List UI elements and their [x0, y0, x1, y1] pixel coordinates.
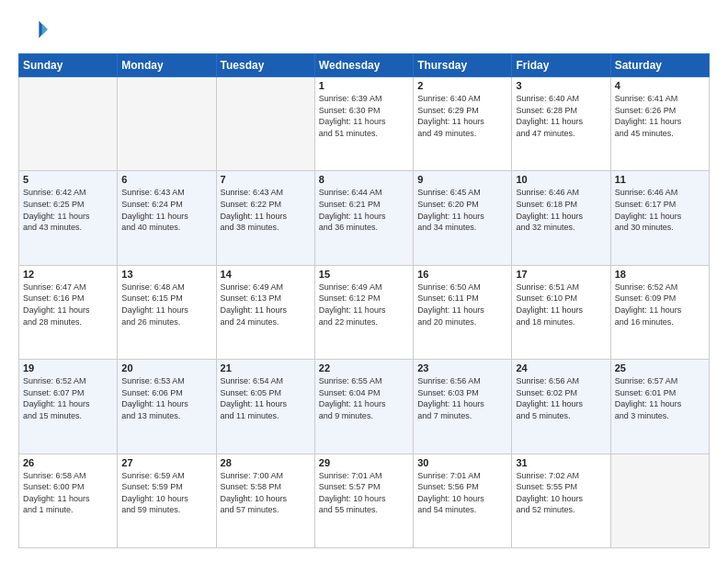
weekday-header-wednesday: Wednesday [314, 54, 413, 77]
day-info: Sunrise: 6:55 AM Sunset: 6:04 PM Dayligh… [319, 375, 409, 421]
day-info: Sunrise: 6:47 AM Sunset: 6:16 PM Dayligh… [23, 282, 113, 327]
page: SundayMondayTuesdayWednesdayThursdayFrid… [0, 0, 728, 563]
day-info: Sunrise: 6:41 AM Sunset: 6:26 PM Dayligh… [615, 93, 705, 139]
weekday-header-thursday: Thursday [414, 54, 512, 77]
calendar-cell: 24Sunrise: 6:56 AM Sunset: 6:02 PM Dayli… [512, 360, 610, 454]
day-info: Sunrise: 6:46 AM Sunset: 6:18 PM Dayligh… [516, 187, 606, 233]
calendar-cell: 19Sunrise: 6:52 AM Sunset: 6:07 PM Dayli… [19, 360, 118, 454]
calendar-cell: 25Sunrise: 6:57 AM Sunset: 6:01 PM Dayli… [610, 360, 709, 454]
day-info: Sunrise: 6:56 AM Sunset: 6:02 PM Dayligh… [516, 375, 606, 421]
day-info: Sunrise: 6:49 AM Sunset: 6:13 PM Dayligh… [221, 282, 311, 327]
week-row-1: 5Sunrise: 6:42 AM Sunset: 6:25 PM Daylig… [19, 171, 710, 265]
calendar-cell: 17Sunrise: 6:51 AM Sunset: 6:10 PM Dayli… [512, 265, 610, 359]
calendar-cell: 6Sunrise: 6:43 AM Sunset: 6:24 PM Daylig… [118, 171, 216, 265]
day-number: 18 [615, 269, 705, 280]
day-number: 14 [221, 269, 311, 280]
calendar-cell: 30Sunrise: 7:01 AM Sunset: 5:56 PM Dayli… [414, 454, 512, 547]
calendar-cell: 26Sunrise: 6:58 AM Sunset: 6:00 PM Dayli… [19, 454, 118, 547]
calendar-cell: 15Sunrise: 6:49 AM Sunset: 6:12 PM Dayli… [314, 265, 413, 359]
day-number: 27 [121, 457, 211, 468]
calendar-cell: 13Sunrise: 6:48 AM Sunset: 6:15 PM Dayli… [118, 265, 216, 359]
weekday-header-saturday: Saturday [610, 54, 709, 77]
day-info: Sunrise: 6:44 AM Sunset: 6:21 PM Dayligh… [319, 187, 409, 233]
calendar-cell: 12Sunrise: 6:47 AM Sunset: 6:16 PM Dayli… [19, 265, 118, 359]
day-info: Sunrise: 6:42 AM Sunset: 6:25 PM Dayligh… [23, 187, 113, 233]
day-number: 10 [516, 174, 606, 185]
calendar-cell: 22Sunrise: 6:55 AM Sunset: 6:04 PM Dayli… [314, 360, 413, 454]
day-info: Sunrise: 6:40 AM Sunset: 6:29 PM Dayligh… [417, 93, 507, 139]
week-row-0: 1Sunrise: 6:39 AM Sunset: 6:30 PM Daylig… [19, 77, 710, 171]
day-number: 22 [319, 362, 409, 373]
header [18, 15, 710, 44]
day-number: 5 [23, 174, 113, 185]
day-number: 28 [221, 457, 311, 468]
day-info: Sunrise: 6:59 AM Sunset: 5:59 PM Dayligh… [121, 470, 211, 516]
day-info: Sunrise: 6:52 AM Sunset: 6:09 PM Dayligh… [615, 282, 705, 327]
weekday-header-friday: Friday [512, 54, 610, 77]
calendar-cell: 5Sunrise: 6:42 AM Sunset: 6:25 PM Daylig… [19, 171, 118, 265]
calendar-cell: 9Sunrise: 6:45 AM Sunset: 6:20 PM Daylig… [414, 171, 512, 265]
weekday-header-row: SundayMondayTuesdayWednesdayThursdayFrid… [19, 54, 710, 77]
weekday-header-tuesday: Tuesday [216, 54, 314, 77]
day-number: 20 [121, 362, 211, 373]
day-number: 12 [23, 269, 113, 280]
day-number: 31 [516, 457, 606, 468]
calendar-cell: 23Sunrise: 6:56 AM Sunset: 6:03 PM Dayli… [414, 360, 512, 454]
calendar-cell: 20Sunrise: 6:53 AM Sunset: 6:06 PM Dayli… [118, 360, 216, 454]
day-number: 30 [417, 457, 507, 468]
calendar-cell: 18Sunrise: 6:52 AM Sunset: 6:09 PM Dayli… [610, 265, 709, 359]
calendar-cell: 7Sunrise: 6:43 AM Sunset: 6:22 PM Daylig… [216, 171, 314, 265]
day-number: 1 [319, 80, 409, 91]
day-number: 26 [23, 457, 113, 468]
day-info: Sunrise: 7:02 AM Sunset: 5:55 PM Dayligh… [516, 470, 606, 516]
day-number: 24 [516, 362, 606, 373]
day-info: Sunrise: 6:52 AM Sunset: 6:07 PM Dayligh… [23, 375, 113, 421]
day-number: 8 [319, 174, 409, 185]
calendar-cell: 21Sunrise: 6:54 AM Sunset: 6:05 PM Dayli… [216, 360, 314, 454]
day-info: Sunrise: 6:39 AM Sunset: 6:30 PM Dayligh… [319, 93, 409, 139]
day-info: Sunrise: 6:48 AM Sunset: 6:15 PM Dayligh… [121, 282, 211, 327]
day-info: Sunrise: 6:56 AM Sunset: 6:03 PM Dayligh… [417, 375, 507, 421]
day-number: 25 [615, 362, 705, 373]
day-number: 16 [417, 269, 507, 280]
calendar-cell [216, 77, 314, 171]
calendar-cell [610, 454, 709, 547]
day-number: 11 [615, 174, 705, 185]
day-number: 7 [221, 174, 311, 185]
day-info: Sunrise: 6:43 AM Sunset: 6:24 PM Dayligh… [121, 187, 211, 233]
day-info: Sunrise: 6:57 AM Sunset: 6:01 PM Dayligh… [615, 375, 705, 421]
day-number: 19 [23, 362, 113, 373]
day-info: Sunrise: 7:00 AM Sunset: 5:58 PM Dayligh… [221, 470, 311, 516]
weekday-header-monday: Monday [118, 54, 216, 77]
day-info: Sunrise: 6:40 AM Sunset: 6:28 PM Dayligh… [516, 93, 606, 139]
day-number: 9 [417, 174, 507, 185]
calendar-table: SundayMondayTuesdayWednesdayThursdayFrid… [18, 53, 710, 548]
day-info: Sunrise: 6:58 AM Sunset: 6:00 PM Dayligh… [23, 470, 113, 516]
day-info: Sunrise: 6:54 AM Sunset: 6:05 PM Dayligh… [221, 375, 311, 421]
day-info: Sunrise: 7:01 AM Sunset: 5:56 PM Dayligh… [417, 470, 507, 516]
week-row-2: 12Sunrise: 6:47 AM Sunset: 6:16 PM Dayli… [19, 265, 710, 359]
day-info: Sunrise: 6:46 AM Sunset: 6:17 PM Dayligh… [615, 187, 705, 233]
calendar-cell: 1Sunrise: 6:39 AM Sunset: 6:30 PM Daylig… [314, 77, 413, 171]
calendar-cell: 28Sunrise: 7:00 AM Sunset: 5:58 PM Dayli… [216, 454, 314, 547]
calendar-cell: 16Sunrise: 6:50 AM Sunset: 6:11 PM Dayli… [414, 265, 512, 359]
day-number: 17 [516, 269, 606, 280]
logo-icon [18, 15, 48, 44]
day-info: Sunrise: 6:45 AM Sunset: 6:20 PM Dayligh… [417, 187, 507, 233]
day-number: 13 [121, 269, 211, 280]
day-info: Sunrise: 7:01 AM Sunset: 5:57 PM Dayligh… [319, 470, 409, 516]
week-row-3: 19Sunrise: 6:52 AM Sunset: 6:07 PM Dayli… [19, 360, 710, 454]
day-info: Sunrise: 6:51 AM Sunset: 6:10 PM Dayligh… [516, 282, 606, 327]
calendar-cell: 27Sunrise: 6:59 AM Sunset: 5:59 PM Dayli… [118, 454, 216, 547]
day-info: Sunrise: 6:43 AM Sunset: 6:22 PM Dayligh… [221, 187, 311, 233]
day-number: 4 [615, 80, 705, 91]
weekday-header-sunday: Sunday [19, 54, 118, 77]
day-number: 15 [319, 269, 409, 280]
day-info: Sunrise: 6:49 AM Sunset: 6:12 PM Dayligh… [319, 282, 409, 327]
calendar-cell: 11Sunrise: 6:46 AM Sunset: 6:17 PM Dayli… [610, 171, 709, 265]
calendar-cell: 4Sunrise: 6:41 AM Sunset: 6:26 PM Daylig… [610, 77, 709, 171]
day-number: 3 [516, 80, 606, 91]
calendar-cell: 14Sunrise: 6:49 AM Sunset: 6:13 PM Dayli… [216, 265, 314, 359]
logo [18, 15, 51, 44]
day-info: Sunrise: 6:53 AM Sunset: 6:06 PM Dayligh… [121, 375, 211, 421]
